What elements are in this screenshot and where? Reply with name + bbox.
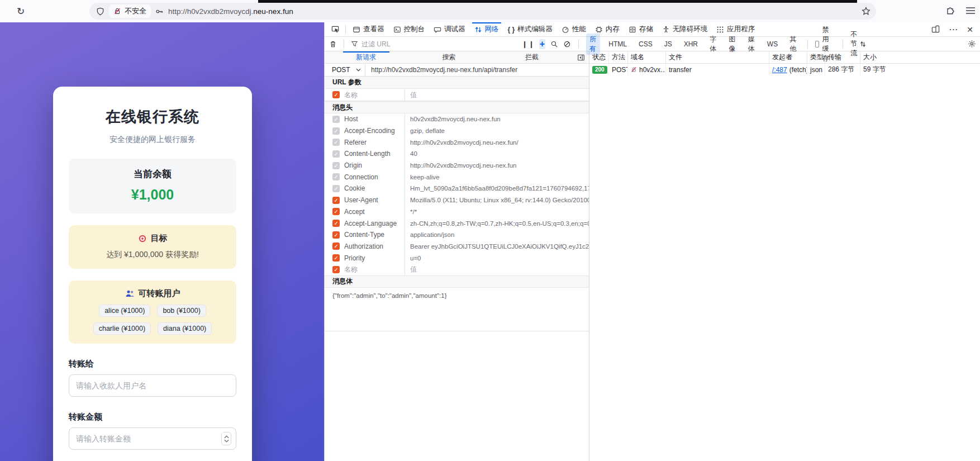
request-row[interactable]: 200 POST h0v2vx… transfer /:487 (fetch) … <box>589 64 980 75</box>
reload-button[interactable]: ↻ <box>13 4 28 18</box>
user-chip: diana (¥1000) <box>158 322 212 335</box>
filter-type-media[interactable]: 媒体 <box>745 34 759 55</box>
column-size[interactable]: 大小 <box>860 51 980 63</box>
amount-input[interactable] <box>69 427 236 450</box>
request-url-input[interactable]: http://h0v2vxdb2mvoycdj.neu-nex.fun/api/… <box>365 66 523 74</box>
filter-type-css[interactable]: CSS <box>635 39 656 49</box>
filter-type-js[interactable]: JS <box>661 39 675 49</box>
checkbox-checked[interactable]: ✓ <box>332 150 340 158</box>
checkbox-checked[interactable]: ✓ <box>332 254 340 262</box>
network-toolbar: ❙❙ + 所有 HTML CSS JS XHR 字体 图像 媒体 WS 其他 禁… <box>325 37 980 51</box>
filter-type-html[interactable]: HTML <box>605 39 630 49</box>
request-body-input[interactable]: {"from":"admin","to":"admin","amount":1} <box>325 288 589 331</box>
url-text[interactable]: http://h0v2vxdb2mvoycdj.neu-nex.fun <box>168 7 293 16</box>
filter-type-all[interactable]: 所有 <box>586 34 600 55</box>
headers-section-header[interactable]: 消息头 <box>325 101 589 113</box>
checkbox-unchecked[interactable] <box>815 41 819 47</box>
header-value[interactable]: http://h0v2vxdb2mvoycdj.neu-nex.fun <box>405 160 589 172</box>
pick-element-button[interactable] <box>328 22 343 36</box>
pause-traffic-icon[interactable]: ❙❙ <box>523 39 534 49</box>
checkbox-checked[interactable]: ✓ <box>332 173 340 180</box>
divider <box>578 40 579 49</box>
checkbox-checked[interactable]: ✓ <box>332 220 340 227</box>
devtools-tab-console[interactable]: 控制台 <box>389 22 430 36</box>
filter-url-input[interactable] <box>361 40 501 48</box>
security-chip[interactable]: 不安全 <box>109 4 151 18</box>
header-name: Priority <box>344 254 365 262</box>
body-section-header[interactable]: 消息体 <box>325 275 589 288</box>
funnel-icon <box>351 40 358 47</box>
shield-icon[interactable] <box>96 7 104 16</box>
responsive-mode-icon[interactable] <box>931 25 940 34</box>
header-value[interactable]: */* <box>405 206 589 218</box>
header-value[interactable]: Mozilla/5.0 (X11; Ubuntu; Linux x86_64; … <box>405 194 589 206</box>
header-value[interactable]: application/json <box>405 229 589 241</box>
filter-type-image[interactable]: 图像 <box>725 34 739 55</box>
header-value[interactable]: 40 <box>405 148 589 160</box>
checkbox-checked[interactable]: ✓ <box>332 185 340 192</box>
header-value[interactable]: u=0 <box>405 252 589 264</box>
filter-type-font[interactable]: 字体 <box>706 34 720 55</box>
filter-type-ws[interactable]: WS <box>764 39 781 49</box>
header-value[interactable]: Hm_lvt_5090a2a1f6bb5aa8f0d209be8d7fa121=… <box>405 183 589 194</box>
checkbox-checked[interactable]: ✓ <box>332 266 340 273</box>
checkbox-checked[interactable]: ✓ <box>332 127 340 135</box>
throttle-select[interactable]: 不节流 <box>850 30 866 58</box>
devtools-tab-debugger[interactable]: 调试器 <box>429 22 470 36</box>
header-value[interactable]: Bearer eyJhbGciOiJTSU1QTEUiLCJ0eXAiOiJKV… <box>405 241 589 253</box>
menu-button[interactable] <box>965 7 976 15</box>
request-list-pane: 状态 方法 域名 文件 发起者 类型 传输 大小 200 POST h0v2vx… <box>589 51 980 461</box>
filter-type-other[interactable]: 其他 <box>786 34 800 55</box>
recipient-input[interactable] <box>69 374 236 397</box>
balance-label: 当前余额 <box>69 168 236 180</box>
network-settings-gear-icon[interactable] <box>968 40 976 48</box>
checkbox-checked[interactable]: ✓ <box>332 116 340 123</box>
header-value-input[interactable] <box>410 265 584 273</box>
number-spinner[interactable] <box>221 432 231 445</box>
header-name: Origin <box>344 161 362 169</box>
spinner-down-icon[interactable] <box>224 439 229 443</box>
new-request-button[interactable]: + <box>539 39 545 49</box>
new-request-pane: 新请求 搜索 拦截 POST http://h0v2vxdb2mvoycdj.n… <box>325 51 589 461</box>
url-params-section-header[interactable]: URL 参数 <box>325 77 589 89</box>
user-chip: bob (¥1000) <box>157 305 206 317</box>
header-value[interactable]: h0v2vxdb2mvoycdj.neu-nex.fun <box>405 113 589 125</box>
header-value[interactable]: zh-CN,zh;q=0.8,zh-TW;q=0.7,zh-HK;q=0.5,e… <box>405 217 589 229</box>
filter-url-field[interactable] <box>351 40 518 48</box>
divider <box>344 40 344 49</box>
subtab-blocking[interactable]: 拦截 <box>491 51 573 63</box>
header-name-input[interactable] <box>344 265 405 273</box>
filter-type-xhr[interactable]: XHR <box>681 39 701 49</box>
header-value[interactable]: http://h0v2vxdb2mvoycdj.neu-nex.fun/ <box>405 136 589 148</box>
extensions-icon[interactable] <box>945 5 955 15</box>
disable-cache-label: 禁用缓存 <box>822 25 835 63</box>
clear-requests-icon[interactable] <box>329 40 337 48</box>
checkbox-checked[interactable]: ✓ <box>332 243 340 250</box>
checkbox-checked[interactable]: ✓ <box>332 197 340 204</box>
param-name-input[interactable] <box>344 91 405 99</box>
header-value[interactable]: gzip, deflate <box>405 125 589 137</box>
key-icon[interactable] <box>155 7 164 16</box>
subtab-new-request[interactable]: 新请求 <box>325 51 407 63</box>
spinner-up-icon[interactable] <box>224 435 229 439</box>
meatball-menu-icon[interactable]: ⋯ <box>949 25 958 34</box>
disable-cache-checkbox[interactable]: 禁用缓存 <box>815 25 835 63</box>
param-value-input[interactable] <box>410 91 584 99</box>
devtools-tab-inspector[interactable]: 查看器 <box>348 22 389 36</box>
checkbox-checked[interactable]: ✓ <box>332 162 340 169</box>
checkbox-checked[interactable]: ✓ <box>332 208 340 215</box>
bookmark-star-icon[interactable] <box>862 7 870 16</box>
checkbox-checked[interactable]: ✓ <box>332 91 340 98</box>
method-select[interactable]: POST <box>325 64 365 76</box>
devtools-tab-network[interactable]: 网络 <box>470 22 503 36</box>
subtab-search[interactable]: 搜索 <box>407 51 490 63</box>
url-bar[interactable]: 不安全 http://h0v2vxdb2mvoycdj.neu-nex.fun <box>89 3 876 20</box>
search-icon[interactable] <box>550 40 558 48</box>
close-devtools-icon[interactable]: ✕ <box>967 26 973 34</box>
checkbox-checked[interactable]: ✓ <box>332 139 340 146</box>
block-request-icon[interactable] <box>563 40 571 48</box>
goal-text: 达到 ¥1,000,000 获得奖励! <box>74 250 231 260</box>
checkbox-checked[interactable]: ✓ <box>332 231 340 239</box>
header-value[interactable]: keep-alive <box>405 171 589 183</box>
initiator-link[interactable]: /:487 <box>772 66 787 74</box>
